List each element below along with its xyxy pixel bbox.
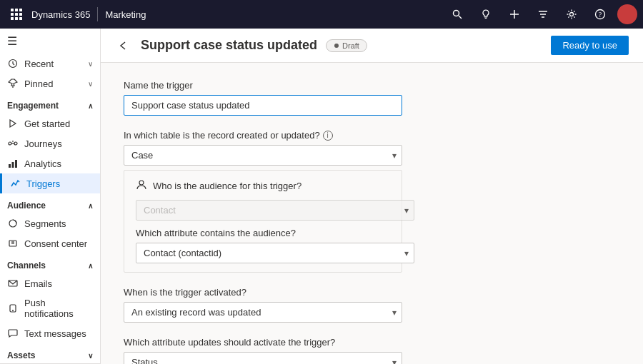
recent-icon <box>7 58 19 69</box>
email-icon <box>7 278 19 289</box>
filter-icon[interactable] <box>532 3 554 26</box>
which-attr-group: Which attribute updates should activate … <box>124 337 620 364</box>
sidebar-item-push[interactable]: Push notifications <box>0 293 100 323</box>
content-header: Support case status updated Draft Ready … <box>101 29 643 63</box>
which-attr-select-wrapper: Status ▾ <box>124 352 402 364</box>
when-activated-select[interactable]: An existing record was updated <box>124 302 402 323</box>
audience-select-wrapper: Contact ▾ <box>136 200 414 221</box>
svg-rect-2 <box>484 17 487 18</box>
attribute-audience-select[interactable]: Contact (contactid) <box>136 243 414 263</box>
attribute-audience-label: Which attribute contains the audience? <box>136 228 390 238</box>
text-icon <box>7 328 19 339</box>
when-activated-label: When is the trigger activated? <box>124 287 620 298</box>
when-activated-select-wrapper: An existing record was updated ▾ <box>124 302 402 323</box>
play-icon <box>7 118 19 129</box>
svg-rect-17 <box>9 164 11 168</box>
audience-collapse[interactable]: ∧ <box>88 202 93 210</box>
trigger-name-group: Name the trigger <box>124 80 620 116</box>
top-navigation: Dynamics 365 Marketing ? <box>0 0 643 29</box>
page-title: Support case status updated <box>141 38 317 53</box>
sidebar-item-text[interactable]: Text messages <box>0 323 100 343</box>
info-icon[interactable]: i <box>323 131 333 141</box>
audience-select[interactable]: Contact <box>136 200 414 221</box>
svg-rect-18 <box>12 162 14 168</box>
svg-marker-14 <box>10 120 16 127</box>
pinned-chevron: ∨ <box>88 80 93 88</box>
engagement-header: Engagement ∧ <box>0 93 100 113</box>
sidebar-hamburger[interactable]: ☰ <box>0 29 100 54</box>
content-area: Support case status updated Draft Ready … <box>101 29 643 364</box>
sidebar-item-journeys[interactable]: Journeys <box>0 133 100 153</box>
assets-header: Assets ∨ <box>0 343 100 363</box>
help-icon[interactable]: ? <box>589 3 612 26</box>
audience-question: Who is the audience for this trigger? <box>153 181 301 191</box>
triggers-icon <box>9 178 21 189</box>
search-icon[interactable] <box>446 3 469 26</box>
svg-point-16 <box>14 142 17 145</box>
channels-header: Channels ∧ <box>0 253 100 273</box>
sidebar-item-emails[interactable]: Emails <box>0 273 100 293</box>
brand-area: Dynamics 365 Marketing <box>31 7 146 21</box>
svg-point-9 <box>570 13 574 16</box>
brand-separator <box>97 7 98 21</box>
table-select[interactable]: Case <box>124 145 402 166</box>
sidebar-item-triggers[interactable]: Triggers <box>0 173 100 193</box>
draft-icon <box>334 43 339 49</box>
svg-point-15 <box>9 142 11 145</box>
draft-label: Draft <box>342 41 359 50</box>
assets-collapse[interactable]: ∨ <box>88 352 93 360</box>
ready-to-use-button[interactable]: Ready to use <box>551 36 629 55</box>
svg-text:?: ? <box>599 11 602 19</box>
sidebar-item-pinned[interactable]: Pinned ∨ <box>0 74 100 93</box>
table-label: In which table is the record created or … <box>124 130 620 141</box>
table-group: In which table is the record created or … <box>124 130 620 273</box>
audience-header: Audience ∧ <box>0 193 100 213</box>
push-icon <box>7 303 19 314</box>
recent-chevron: ∨ <box>88 60 93 68</box>
sidebar-item-get-started[interactable]: Get started <box>0 113 100 133</box>
svg-point-28 <box>139 181 144 185</box>
add-icon[interactable] <box>503 3 526 26</box>
which-attr-label: Which attribute updates should activate … <box>124 337 620 348</box>
audience-box: Who is the audience for this trigger? Co… <box>124 170 402 273</box>
sidebar-item-segments[interactable]: Segments <box>0 213 100 233</box>
recent-label: Recent <box>24 59 54 69</box>
when-activated-group: When is the trigger activated? An existi… <box>124 287 620 323</box>
brand-module: Marketing <box>105 9 146 20</box>
waffle-icon <box>11 9 21 20</box>
main-layout: ☰ Recent ∨ Pinned ∨ Engagement ∧ Get sta… <box>0 29 643 364</box>
brand-dynamics365[interactable]: Dynamics 365 <box>31 9 90 20</box>
attribute-audience-select-wrapper: Contact (contactid) ▾ <box>136 243 414 263</box>
table-select-wrapper: Case ▾ <box>124 145 402 166</box>
svg-rect-19 <box>15 160 17 168</box>
segments-icon <box>7 218 19 229</box>
form-area: Name the trigger In which table is the r… <box>101 63 643 364</box>
pinned-icon <box>7 78 19 89</box>
svg-point-0 <box>454 11 459 16</box>
pinned-label: Pinned <box>24 79 53 89</box>
settings-icon[interactable] <box>560 3 583 26</box>
engagement-collapse[interactable]: ∧ <box>88 102 93 110</box>
trigger-name-label: Name the trigger <box>124 80 620 91</box>
journeys-icon <box>7 138 19 149</box>
trigger-name-input[interactable] <box>124 95 402 116</box>
lightbulb-icon[interactable] <box>474 3 497 26</box>
svg-line-1 <box>459 16 462 19</box>
which-attr-select[interactable]: Status <box>124 352 402 364</box>
sidebar-item-consent[interactable]: Consent center <box>0 233 100 253</box>
sidebar-item-recent[interactable]: Recent ∨ <box>0 54 100 74</box>
analytics-icon <box>7 158 19 169</box>
back-button[interactable] <box>115 37 132 54</box>
attribute-audience-group: Which attribute contains the audience? C… <box>136 228 390 263</box>
svg-rect-3 <box>485 18 487 19</box>
sidebar-item-analytics[interactable]: Analytics <box>0 153 100 173</box>
user-avatar[interactable] <box>617 4 637 24</box>
svg-point-26 <box>12 310 14 311</box>
audience-person-icon <box>136 179 147 193</box>
channels-collapse[interactable]: ∧ <box>88 262 93 270</box>
waffle-menu[interactable] <box>6 4 26 24</box>
sidebar: ☰ Recent ∨ Pinned ∨ Engagement ∧ Get sta… <box>0 29 101 364</box>
draft-badge: Draft <box>326 39 367 52</box>
svg-point-27 <box>334 44 339 48</box>
audience-box-header: Who is the audience for this trigger? <box>136 179 390 193</box>
